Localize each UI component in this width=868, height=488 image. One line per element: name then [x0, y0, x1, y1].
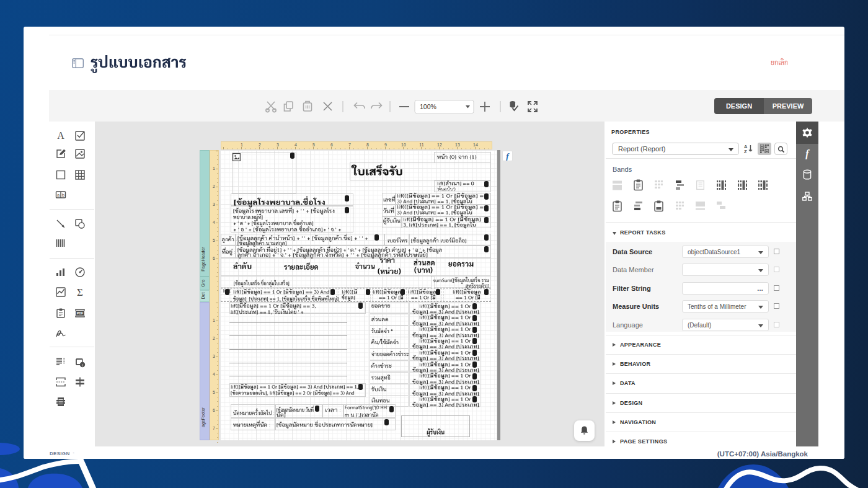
svg-text:b: b — [62, 192, 64, 198]
svg-text:Z: Z — [744, 149, 747, 154]
svg-text:Σ: Σ — [77, 286, 83, 298]
svg-text:PDF: PDF — [77, 311, 83, 315]
svg-text:A: A — [57, 130, 64, 141]
svg-text:100%: 100% — [420, 103, 436, 110]
svg-text:i: i — [82, 363, 83, 367]
svg-text:a: a — [57, 192, 60, 198]
